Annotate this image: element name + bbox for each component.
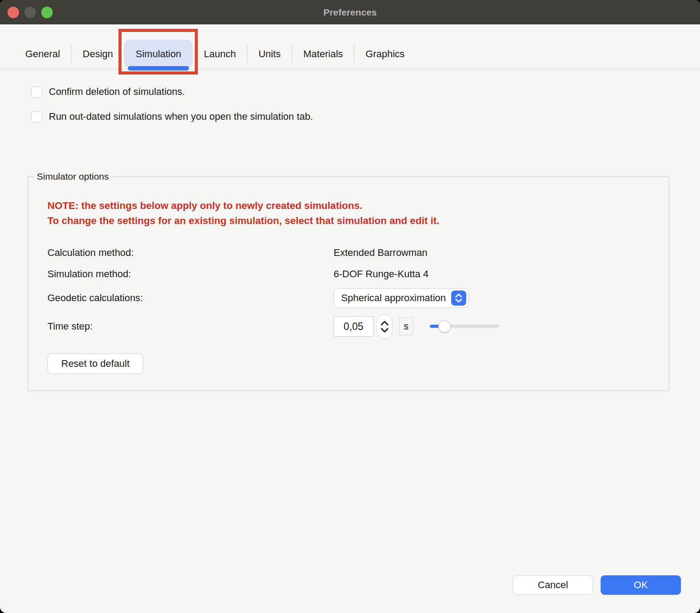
zoom-icon[interactable] bbox=[41, 7, 53, 18]
note-line-2: To change the settings for an existing s… bbox=[47, 213, 669, 228]
tab-launch[interactable]: Launch bbox=[193, 40, 247, 68]
simulation-method-row: Simulation method: 6-DOF Runge-Kutta 4 bbox=[47, 267, 669, 281]
selected-tab-underline bbox=[128, 66, 189, 71]
tab-simulation-label: Simulation bbox=[136, 48, 181, 59]
minimize-icon[interactable] bbox=[24, 7, 36, 18]
preferences-window: Preferences General Design Simulation La… bbox=[0, 0, 700, 613]
tab-design[interactable]: Design bbox=[71, 40, 124, 68]
tab-bar: General Design Simulation Launch Units M… bbox=[0, 24, 700, 69]
geodetic-dropdown[interactable]: Spherical approximation bbox=[334, 288, 469, 308]
time-step-input[interactable] bbox=[334, 316, 374, 337]
run-outdated-row: Run out-dated simulations when you open … bbox=[31, 111, 700, 122]
run-outdated-checkbox[interactable] bbox=[31, 111, 42, 122]
time-step-stepper[interactable] bbox=[376, 314, 393, 338]
footer-buttons: Cancel OK bbox=[513, 575, 681, 595]
chevron-up-down-icon bbox=[451, 291, 466, 306]
calculation-method-row: Calculation method: Extended Barrowman bbox=[47, 246, 669, 259]
tab-units[interactable]: Units bbox=[248, 40, 292, 68]
reset-to-default-button[interactable]: Reset to default bbox=[47, 354, 143, 374]
chevron-down-icon bbox=[381, 328, 389, 333]
tab-general[interactable]: General bbox=[14, 40, 71, 68]
simulation-method-value: 6-DOF Runge-Kutta 4 bbox=[334, 268, 429, 280]
simulation-method-label: Simulation method: bbox=[47, 268, 334, 280]
tab-graphics[interactable]: Graphics bbox=[354, 40, 416, 68]
calculation-method-value: Extended Barrowman bbox=[334, 247, 428, 259]
note-text: NOTE: the settings below apply only to n… bbox=[47, 198, 669, 228]
window-title: Preferences bbox=[323, 7, 377, 18]
geodetic-label: Geodetic calculations: bbox=[47, 292, 334, 304]
tab-simulation[interactable]: Simulation bbox=[125, 40, 193, 68]
chevron-up-icon bbox=[381, 321, 389, 326]
geodetic-row: Geodetic calculations: Spherical approxi… bbox=[47, 288, 669, 308]
cancel-button[interactable]: Cancel bbox=[513, 575, 593, 595]
tab-materials[interactable]: Materials bbox=[292, 40, 354, 68]
confirm-deletion-checkbox[interactable] bbox=[31, 86, 42, 98]
confirm-deletion-row: Confirm deletion of simulations. bbox=[31, 86, 700, 98]
slider-thumb[interactable] bbox=[438, 320, 451, 333]
time-step-label: Time step: bbox=[47, 321, 334, 332]
confirm-deletion-label: Confirm deletion of simulations. bbox=[49, 86, 185, 98]
run-outdated-label: Run out-dated simulations when you open … bbox=[49, 111, 313, 122]
ok-button[interactable]: OK bbox=[601, 575, 681, 595]
note-line-1: NOTE: the settings below apply only to n… bbox=[47, 198, 669, 213]
traffic-lights bbox=[8, 7, 53, 18]
time-step-unit: s bbox=[399, 318, 413, 335]
title-bar: Preferences bbox=[0, 0, 700, 24]
calculation-method-label: Calculation method: bbox=[47, 247, 334, 259]
time-step-row: Time step: s bbox=[47, 314, 669, 338]
simulator-options-group: Simulator options NOTE: the settings bel… bbox=[28, 176, 669, 391]
geodetic-dropdown-value: Spherical approximation bbox=[341, 292, 446, 304]
close-icon[interactable] bbox=[8, 7, 19, 18]
group-title: Simulator options bbox=[34, 171, 111, 182]
time-step-slider[interactable] bbox=[430, 320, 499, 333]
